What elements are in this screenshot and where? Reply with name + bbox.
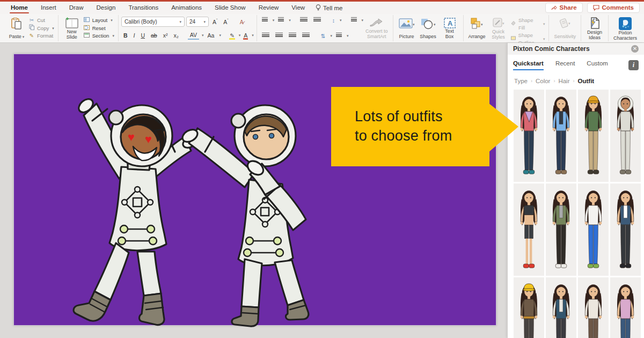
increase-indent-button[interactable] <box>311 17 323 24</box>
breadcrumb-color[interactable]: Color <box>536 78 550 84</box>
shape-fill-button[interactable]: Shape Fill▾ <box>510 17 545 32</box>
menu-tab-transitions[interactable]: Transitions <box>122 2 165 13</box>
outfit-thumbnail-green-shirt-orange-cap-khakis[interactable] <box>578 90 609 182</box>
menu-tab-slide-show[interactable]: Slide Show <box>208 2 252 13</box>
outfit-thumbnail-pink-tshirt-jeans[interactable] <box>610 277 641 338</box>
text-direction-button[interactable]: ⇅ <box>319 32 328 40</box>
decrease-indent-button[interactable] <box>298 17 310 24</box>
breadcrumb-type[interactable]: Type <box>514 78 528 84</box>
italic-button[interactable]: I <box>131 32 137 39</box>
share-button[interactable]: Share <box>545 3 583 13</box>
callout-shape[interactable]: Lots of outfits to choose from <box>331 87 489 166</box>
menu-tab-view[interactable]: View <box>285 2 311 13</box>
shapes-button[interactable]: ▾ Shapes <box>418 16 439 41</box>
sensitivity-button[interactable]: ▾ Sensitivity <box>552 16 578 41</box>
align-left-button[interactable] <box>260 32 272 40</box>
outfit-thumbnail-astronaut-spacesuit[interactable] <box>610 90 641 182</box>
section-button[interactable]: Section▾ <box>84 32 114 40</box>
format-label: Format <box>37 32 53 40</box>
info-button[interactable]: i <box>628 60 639 70</box>
strikethrough-button[interactable]: ab <box>149 32 159 39</box>
menu-tab-design[interactable]: Design <box>90 2 122 13</box>
picture-label: Picture <box>399 34 414 40</box>
design-ideas-button[interactable]: DesignIdeas <box>584 16 605 41</box>
panel-tab-custom[interactable]: Custom <box>587 60 608 70</box>
picture-button[interactable]: ▾ Picture <box>396 16 418 41</box>
callout-pointer <box>488 101 518 155</box>
format-painter-icon: ✎ <box>28 32 35 40</box>
reset-button[interactable]: Reset <box>84 25 114 32</box>
subscript-button[interactable]: x₂ <box>171 32 180 39</box>
bullets-button[interactable] <box>260 17 270 24</box>
astronaut-character-boy[interactable] <box>170 82 314 329</box>
clear-formatting-button[interactable]: A̷ <box>238 18 246 26</box>
arrange-icon: ▾ <box>470 17 484 31</box>
menu-tab-insert[interactable]: Insert <box>34 2 63 13</box>
menu-tab-draw[interactable]: Draw <box>63 2 90 13</box>
menu-tab-review[interactable]: Review <box>252 2 286 13</box>
line-spacing-button[interactable]: ↕ <box>330 17 337 24</box>
layout-button[interactable]: Layout▾ <box>84 17 114 24</box>
comments-icon <box>593 5 599 11</box>
section-icon <box>84 32 90 40</box>
quick-styles-button[interactable]: ▾ QuickStyles <box>488 16 509 41</box>
increase-font-button[interactable]: Aˆ <box>210 18 219 26</box>
comments-button[interactable]: Comments <box>587 3 640 13</box>
convert-smartart-button[interactable]: Convert toSmartArt <box>363 16 390 41</box>
picture-icon: ▾ <box>399 17 415 31</box>
numbering-button[interactable] <box>276 17 286 24</box>
panel-tab-recent[interactable]: Recent <box>555 60 575 70</box>
outfit-thumbnail-navy-vest-long-sleeves[interactable] <box>546 277 576 338</box>
outfit-thumbnail-construction-hard-hat-tool-belt[interactable] <box>514 277 544 338</box>
font-color-button[interactable]: A <box>242 32 249 39</box>
breadcrumb-outfit[interactable]: Outfit <box>578 78 595 84</box>
tell-me-button[interactable]: Tell me <box>311 2 347 13</box>
change-case-button[interactable]: Aa <box>206 32 217 39</box>
quick-styles-icon: ▾ <box>492 17 506 30</box>
character-spacing-button[interactable]: AV <box>188 31 199 40</box>
bold-button[interactable]: B <box>121 32 130 39</box>
justify-button[interactable] <box>300 32 312 40</box>
font-size-select[interactable]: 24▾ <box>186 17 209 27</box>
convert-smartart-label: Convert to <box>365 28 388 34</box>
arrange-button[interactable]: ▾ Arrange <box>466 16 488 41</box>
close-icon[interactable]: ✕ <box>631 45 639 53</box>
outfit-thumbnail-school-vest-white-shirt[interactable] <box>610 183 641 276</box>
outfit-thumbnail-white-hoodie-blue-jeans[interactable] <box>578 183 609 276</box>
paste-button[interactable]: Paste▾ <box>6 16 27 41</box>
align-text-button[interactable] <box>334 32 344 40</box>
textbox-icon: A <box>443 17 456 29</box>
menu-tab-home[interactable]: Home <box>4 2 34 13</box>
highlight-color-button[interactable]: ✎ <box>228 32 236 39</box>
callout-text-line2: to choose from <box>355 127 489 146</box>
superscript-button[interactable]: x² <box>161 32 170 39</box>
lightbulb-icon <box>316 4 321 11</box>
underline-button[interactable]: U <box>138 32 147 39</box>
breadcrumb-separator: › <box>531 78 532 84</box>
ribbon-group-design-ideas: DesignIdeas <box>581 15 609 41</box>
textbox-button[interactable]: A TextBox <box>439 16 460 41</box>
ribbon-group-pixton: PixtonCharacters <box>609 15 642 41</box>
menu-tab-animations[interactable]: Animations <box>165 2 208 13</box>
panel-tab-quickstart[interactable]: Quickstart <box>513 60 544 70</box>
outfit-thumbnail-white-cardigan-brown-pants[interactable] <box>578 277 609 338</box>
breadcrumb-hair[interactable]: Hair <box>558 78 569 84</box>
font-family-select[interactable]: Calibri (Body)▾ <box>121 17 185 27</box>
outfit-thumbnail-blue-jacket-dark-top-jeans[interactable] <box>546 90 576 182</box>
copy-button[interactable]: Copy▾ <box>28 24 54 32</box>
pixton-characters-button[interactable]: PixtonCharacters <box>611 16 639 41</box>
breadcrumb: Type›Color›Hair›Outfit <box>508 70 644 90</box>
columns-button[interactable] <box>349 17 359 24</box>
outfit-thumbnail-green-jacket-gray-hoodie[interactable] <box>546 183 576 276</box>
cut-button[interactable]: ✂Cut <box>28 17 54 24</box>
outfit-thumbnail-black-sportswear-red-sneakers[interactable] <box>514 183 544 276</box>
decrease-font-button[interactable]: Aˇ <box>221 18 230 26</box>
format-painter-button[interactable]: ✎Format <box>28 32 54 40</box>
slide-canvas[interactable]: ♥ ♥ <box>0 43 507 338</box>
panel-tabs: QuickstartRecentCustom i <box>508 55 644 70</box>
new-slide-button[interactable]: NewSlide <box>61 16 83 41</box>
increase-indent-icon <box>313 17 321 23</box>
align-center-button[interactable] <box>273 32 285 40</box>
callout-text-line1: Lots of outfits <box>355 107 489 127</box>
align-right-button[interactable] <box>287 32 298 40</box>
